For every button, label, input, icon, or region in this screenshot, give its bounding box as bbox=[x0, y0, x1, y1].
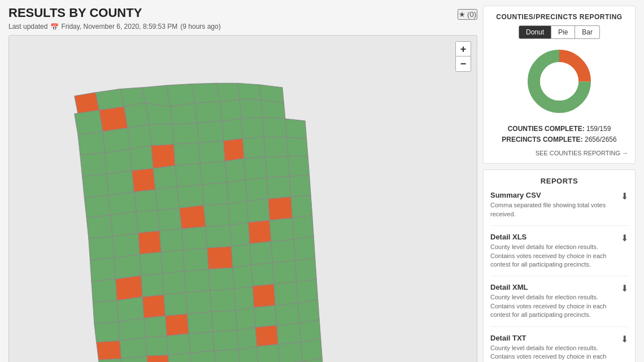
chart-stats: COUNTIES COMPLETE: 159/159 PRECINCTS COM… bbox=[490, 124, 628, 145]
svg-marker-94 bbox=[233, 265, 253, 289]
svg-marker-12 bbox=[145, 103, 172, 125]
svg-marker-89 bbox=[116, 276, 143, 300]
svg-point-175 bbox=[540, 62, 578, 101]
title-row: RESULTS BY COUNTY ★ (0) bbox=[8, 6, 477, 23]
svg-marker-79 bbox=[114, 254, 141, 279]
svg-marker-35 bbox=[243, 137, 266, 159]
svg-marker-61 bbox=[158, 208, 182, 231]
svg-marker-86 bbox=[271, 239, 295, 263]
svg-marker-132 bbox=[190, 351, 216, 362]
download-detail-xml-button[interactable]: ⬇ bbox=[616, 283, 628, 294]
chart-card: COUNTIES/PRECINCTS REPORTING Donut Pie B… bbox=[483, 6, 636, 164]
svg-marker-109 bbox=[119, 318, 146, 341]
svg-marker-101 bbox=[164, 293, 187, 316]
star-button[interactable]: ★ (0) bbox=[458, 9, 477, 20]
svg-marker-65 bbox=[247, 199, 269, 222]
svg-marker-92 bbox=[185, 269, 210, 293]
download-detail-txt-button[interactable]: ⬇ bbox=[616, 334, 628, 344]
report-info: Detail TXT County level details for elec… bbox=[490, 334, 616, 361]
svg-marker-32 bbox=[174, 143, 201, 165]
svg-marker-135 bbox=[257, 344, 280, 362]
svg-marker-20 bbox=[128, 124, 151, 149]
svg-marker-48 bbox=[84, 195, 111, 217]
zoom-out-button[interactable]: − bbox=[456, 56, 471, 71]
svg-marker-53 bbox=[202, 182, 229, 205]
svg-marker-95 bbox=[251, 263, 274, 286]
svg-marker-133 bbox=[214, 350, 240, 362]
svg-marker-19 bbox=[103, 128, 130, 153]
report-item-detail-xls: Detail XLS County level details for elec… bbox=[490, 233, 628, 276]
svg-marker-108 bbox=[94, 322, 120, 342]
svg-marker-100 bbox=[142, 295, 165, 318]
svg-marker-16 bbox=[240, 99, 263, 119]
svg-marker-52 bbox=[177, 185, 204, 208]
pie-tab[interactable]: Pie bbox=[551, 25, 575, 39]
report-name: Detail TXT bbox=[490, 334, 616, 342]
see-counties-link[interactable]: SEE COUNTIES REPORTING → bbox=[490, 150, 628, 156]
svg-marker-15 bbox=[220, 99, 241, 121]
svg-marker-73 bbox=[206, 225, 231, 248]
svg-marker-23 bbox=[197, 121, 224, 143]
svg-marker-70 bbox=[138, 231, 161, 254]
svg-marker-99 bbox=[117, 297, 144, 322]
last-updated-date: Friday, November 6, 2020, 8:59:53 PM bbox=[61, 23, 177, 30]
svg-marker-26 bbox=[263, 117, 287, 137]
svg-marker-72 bbox=[181, 226, 207, 250]
svg-marker-55 bbox=[246, 178, 268, 201]
svg-marker-42 bbox=[175, 163, 202, 186]
svg-marker-27 bbox=[285, 119, 307, 138]
chart-type-tabs: Donut Pie Bar bbox=[490, 25, 628, 39]
right-panel: COUNTIES/PRECINCTS REPORTING Donut Pie B… bbox=[483, 6, 636, 362]
svg-marker-90 bbox=[141, 273, 164, 296]
svg-marker-21 bbox=[149, 124, 174, 146]
svg-marker-111 bbox=[166, 314, 189, 336]
svg-marker-80 bbox=[140, 252, 162, 275]
svg-marker-37 bbox=[286, 137, 308, 156]
svg-marker-112 bbox=[188, 312, 213, 334]
svg-marker-25 bbox=[241, 117, 264, 139]
svg-marker-76 bbox=[269, 218, 294, 241]
svg-marker-46 bbox=[266, 156, 290, 178]
page-title: RESULTS BY COUNTY bbox=[8, 6, 142, 20]
download-detail-xls-button[interactable]: ⬇ bbox=[616, 233, 628, 243]
donut-tab[interactable]: Donut bbox=[519, 25, 551, 39]
report-desc: Comma separated file showing total votes… bbox=[490, 201, 616, 219]
svg-marker-11 bbox=[124, 103, 149, 128]
svg-marker-63 bbox=[203, 204, 230, 226]
report-item-detail-txt: Detail TXT County level details for elec… bbox=[490, 334, 628, 363]
download-summary-csv-button[interactable]: ⬇ bbox=[616, 191, 628, 202]
svg-marker-47 bbox=[288, 156, 310, 176]
chart-title: COUNTIES/PRECINCTS REPORTING bbox=[490, 13, 628, 21]
svg-marker-136 bbox=[278, 342, 302, 362]
svg-marker-105 bbox=[253, 284, 275, 307]
svg-marker-6 bbox=[216, 83, 240, 102]
svg-marker-110 bbox=[144, 316, 167, 338]
svg-marker-75 bbox=[249, 220, 271, 243]
svg-marker-103 bbox=[210, 289, 236, 312]
svg-marker-58 bbox=[86, 215, 113, 238]
svg-marker-115 bbox=[254, 306, 277, 328]
svg-marker-59 bbox=[111, 212, 138, 237]
svg-marker-39 bbox=[106, 171, 134, 195]
svg-marker-124 bbox=[237, 328, 257, 350]
svg-marker-88 bbox=[92, 279, 117, 302]
report-info: Detail XML County level details for elec… bbox=[490, 283, 616, 319]
svg-marker-51 bbox=[155, 187, 180, 210]
svg-marker-117 bbox=[298, 300, 320, 323]
svg-marker-104 bbox=[234, 286, 254, 311]
svg-marker-134 bbox=[238, 347, 258, 362]
report-name: Detail XML bbox=[490, 283, 616, 291]
svg-marker-22 bbox=[172, 123, 199, 145]
georgia-map bbox=[9, 36, 477, 362]
svg-marker-116 bbox=[275, 303, 299, 325]
svg-marker-68 bbox=[89, 237, 114, 260]
report-info: Detail XLS County level details for elec… bbox=[490, 233, 616, 269]
zoom-in-button[interactable]: + bbox=[456, 42, 471, 56]
svg-marker-5 bbox=[192, 83, 220, 103]
svg-marker-14 bbox=[195, 102, 222, 123]
time-ago: (9 hours ago) bbox=[180, 23, 220, 30]
bar-tab[interactable]: Bar bbox=[575, 25, 600, 39]
report-name: Detail XLS bbox=[490, 233, 616, 241]
svg-marker-56 bbox=[267, 176, 291, 199]
svg-marker-93 bbox=[208, 268, 234, 290]
